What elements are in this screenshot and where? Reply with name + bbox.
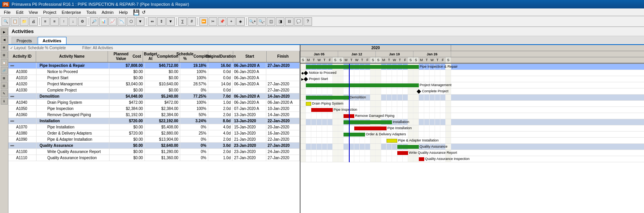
sidebar-icon-2[interactable]: ◀ xyxy=(1,36,8,43)
table-row[interactable]: ➖ Demolition $4,048.00 $5,240.00 77.25% … xyxy=(8,93,300,100)
tab-activities[interactable]: Activities xyxy=(38,37,66,44)
toolbar-btn-27[interactable]: ◨ xyxy=(276,17,284,26)
col-header-finish[interactable]: Finish xyxy=(267,51,300,62)
table-row[interactable]: A1000 Notice to Proceed $0.00 $0.00 100%… xyxy=(8,69,300,75)
expand-icon[interactable]: ➖ xyxy=(10,95,14,98)
expand-icon[interactable]: ➖ xyxy=(10,119,14,123)
cell-planned-value: $720.00 xyxy=(110,130,145,136)
menu-file[interactable]: File xyxy=(2,10,13,15)
toolbar-btn-6[interactable]: ≡ xyxy=(50,17,59,26)
cell-start: 06-Jan-2020 A xyxy=(232,100,266,105)
table-row[interactable]: ➖ Quality Assurance $0.00 $2,640.00 0% 3… xyxy=(8,143,300,149)
zoom-out-btn[interactable]: 🔍- xyxy=(257,17,266,26)
toolbar-btn-23[interactable]: 📌 xyxy=(218,17,226,26)
zoom-in-btn[interactable]: 🔍+ xyxy=(248,17,257,26)
sidebar-icon-9[interactable]: ✎ xyxy=(1,90,8,97)
toolbar-btn-24[interactable]: + xyxy=(227,17,236,26)
toolbar-btn-10[interactable]: 🔎 xyxy=(90,17,98,26)
toolbar-btn-8[interactable]: ↓ xyxy=(69,17,77,26)
menu-edit[interactable]: Edit xyxy=(14,10,26,15)
table-row[interactable]: A1020 Project Management $3,040.00 $10,6… xyxy=(8,81,300,87)
table-row[interactable]: A1110 Quality Assurance Inspection $0.00… xyxy=(8,155,300,161)
toolbar-btn-29[interactable]: 💬 xyxy=(294,17,303,26)
toolbar-btn-12[interactable]: 📈 xyxy=(108,17,117,26)
toolbar-btn-4[interactable]: 🖨 xyxy=(29,17,38,26)
table-row[interactable]: A1040 Drain Piping System $472.00 $472.0… xyxy=(8,100,300,106)
menu-view[interactable]: View xyxy=(27,10,40,15)
cell-original-dur: 3.0d xyxy=(208,143,232,148)
table-row[interactable]: A1050 Pipe Inspection $2,384.00 $2,384.0… xyxy=(8,106,300,112)
table-row[interactable]: A1090 Pipe & Adapter Installation $0.00 … xyxy=(8,136,300,143)
table-row[interactable]: ➖ Installation $720.00 $22,192.00 3.24% … xyxy=(8,118,300,124)
toolbar-btn-21[interactable]: ⏩ xyxy=(199,17,208,26)
toolbar-btn-15[interactable]: ▼ xyxy=(136,17,144,26)
menu-admin[interactable]: Admin xyxy=(99,10,116,15)
cell-start: 23-Jan-2020 xyxy=(232,143,266,148)
toolbar-btn-22[interactable]: ✂ xyxy=(209,17,217,26)
table-row[interactable]: A1060 Remove Damaged Piping $1,192.00 $2… xyxy=(8,112,300,118)
gantt-bar-label: Quality Assurance xyxy=(420,145,448,148)
sidebar-icon-1[interactable]: ▶ xyxy=(1,28,8,35)
toolbar-sep-4 xyxy=(176,18,177,25)
cell-schedule-pct: 77.25% xyxy=(180,93,208,99)
toolbar-btn-26[interactable]: ◫ xyxy=(267,17,275,26)
col-header-budget-at[interactable]: Budget At Completion xyxy=(143,51,179,62)
toolbar-btn-13[interactable]: 📉 xyxy=(118,17,126,26)
table-row[interactable]: A1100 Write Quality Assurance Report $0.… xyxy=(8,149,300,155)
toolbar-btn-30[interactable]: ? xyxy=(304,17,312,26)
refresh-icon[interactable]: ↺ xyxy=(142,10,146,15)
toolbar-btn-20[interactable]: # xyxy=(188,17,196,26)
col-header-activity-name[interactable]: Activity Name xyxy=(36,51,108,62)
sidebar-icon-8[interactable]: ⊟ xyxy=(1,82,8,89)
cell-planned-value: $0.00 xyxy=(110,149,145,155)
toolbar-btn-17[interactable]: ⇕ xyxy=(157,17,166,26)
sidebar-icon-6[interactable]: 🔗 xyxy=(1,67,8,74)
table-row[interactable]: A1080 Order & Delivery Adapters $720.00 … xyxy=(8,130,300,136)
sidebar-icon-4[interactable]: ⊞ xyxy=(1,52,8,58)
main-panel: Activities Projects Activities ✓ Layout:… xyxy=(8,27,644,213)
toolbar-btn-1[interactable]: 🔍 xyxy=(2,17,10,26)
expand-icon[interactable]: ➖ xyxy=(10,144,14,148)
toolbar-btn-25[interactable]: ◈ xyxy=(236,17,245,26)
cell-start: 13-Jan-2020 xyxy=(232,118,266,124)
table-row[interactable]: A1010 Project Start $0.00 $0.00 100% 0.0… xyxy=(8,75,300,81)
cell-schedule-pct: 100% xyxy=(180,106,208,111)
toolbar-btn-3[interactable]: 📁 xyxy=(20,17,28,26)
table-row[interactable]: A1030 Complete Project $0.00 $0.00 0% 0.… xyxy=(8,87,300,93)
toolbar-btn-9[interactable]: ⚙ xyxy=(78,17,86,26)
menu-enterprise[interactable]: Enterprise xyxy=(60,10,83,15)
cell-finish: 06-Jan-2020 A xyxy=(266,100,300,105)
toolbar-btn-28[interactable]: ⊟ xyxy=(285,17,294,26)
gantt-bar xyxy=(306,96,349,100)
menu-tools[interactable]: Tools xyxy=(84,10,99,15)
col-header-start[interactable]: Start xyxy=(233,51,266,62)
toolbar-btn-5[interactable]: ≡ xyxy=(41,17,50,26)
sidebar-icon-7[interactable]: ⊞ xyxy=(1,75,8,82)
sidebar-icon-3[interactable]: ⊕ xyxy=(1,44,8,51)
sidebar-icon-5[interactable]: 📋 xyxy=(1,59,8,66)
cell-schedule-pct: 100% xyxy=(180,75,208,81)
save-icon[interactable]: 💾 xyxy=(133,9,139,15)
toolbar-btn-7[interactable]: ↑ xyxy=(60,17,68,26)
col-header-planned-value[interactable]: Planned Value Cost xyxy=(108,51,143,62)
cell-schedule-pct: 100% xyxy=(180,69,208,75)
toolbar-btn-18[interactable]: ▼ xyxy=(166,17,175,26)
col-header-activity-id[interactable]: Activity ID xyxy=(8,51,36,62)
toolbar-btn-11[interactable]: 📊 xyxy=(99,17,108,26)
toolbar-btn-19[interactable]: ∑ xyxy=(178,17,187,26)
table-row[interactable]: A1070 Pipe Installation $0.00 $5,408.00 … xyxy=(8,124,300,130)
table-row[interactable]: ➖ Pipe Inspection & Repair $7,808.00 $40… xyxy=(8,63,300,69)
menu-project[interactable]: Project xyxy=(41,10,58,15)
col-header-original-dur[interactable]: Original Duration xyxy=(208,51,233,62)
toolbar-sep-5 xyxy=(198,18,198,25)
expand-icon[interactable]: ➖ xyxy=(10,64,14,68)
toolbar-btn-16[interactable]: ⇔ xyxy=(148,17,156,26)
sidebar-icon-10[interactable]: ℹ xyxy=(1,98,8,105)
cell-budget-at: $0.00 xyxy=(145,69,180,75)
toolbar-btn-2[interactable]: 📋 xyxy=(11,17,19,26)
tab-projects[interactable]: Projects xyxy=(12,37,37,44)
cell-original-dur: 0.0d xyxy=(208,69,232,75)
menu-help[interactable]: Help xyxy=(117,10,130,15)
col-header-schedule-pct[interactable]: Schedule % Complete xyxy=(179,51,208,62)
toolbar-btn-14[interactable]: ⬡ xyxy=(127,17,135,26)
